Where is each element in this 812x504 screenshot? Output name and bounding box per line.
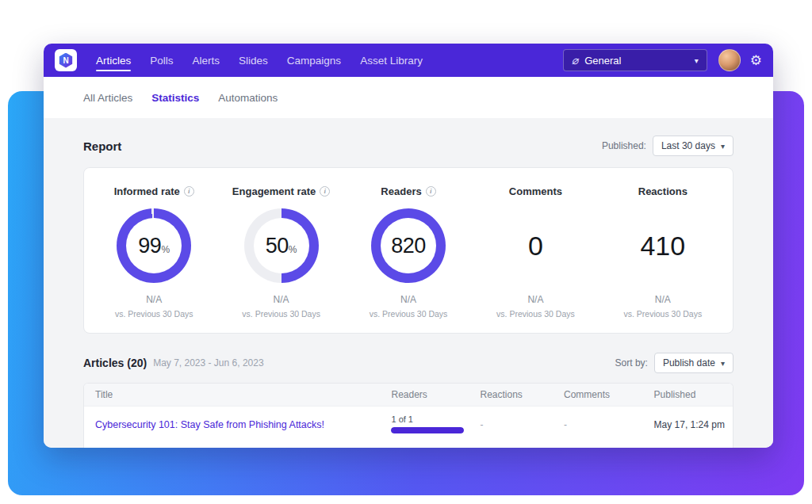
column-header-readers: Readers <box>383 384 472 407</box>
channel-icon: ⌀ <box>572 54 578 67</box>
stat-comparison-caption: vs. Previous 30 Days <box>496 309 575 319</box>
tab-statistics[interactable]: Statistics <box>142 92 209 104</box>
published-filter-dropdown[interactable]: Last 30 days ▾ <box>653 136 733 156</box>
channel-selector[interactable]: ⌀ General ▾ <box>563 49 707 71</box>
app-window: N Articles Polls Alerts Slides Campaigns… <box>44 44 773 448</box>
nav-item-asset-library[interactable]: Asset Library <box>350 44 432 77</box>
published-filter-value: Last 30 days <box>661 140 715 151</box>
stat-comparison-caption: vs. Previous 30 Days <box>242 309 320 319</box>
readers-progress-bar <box>391 427 464 433</box>
logo-hexagon-icon: N <box>59 53 74 68</box>
sort-group: Sort by: Publish date ▾ <box>615 353 733 373</box>
stat-reactions: Reactions 410 N/A vs. Previous 30 Days <box>599 185 726 319</box>
column-header-comments: Comments <box>556 384 646 407</box>
published-filter-group: Published: Last 30 days ▾ <box>602 136 733 156</box>
nav-item-campaigns[interactable]: Campaigns <box>278 44 350 77</box>
column-header-published: Published <box>646 384 733 407</box>
top-navbar: N Articles Polls Alerts Slides Campaigns… <box>44 44 773 77</box>
table-header-row: Title Readers Reactions Comments Publish… <box>84 384 733 407</box>
tab-automations[interactable]: Automations <box>209 92 287 104</box>
info-icon[interactable]: i <box>426 186 436 197</box>
column-header-reactions: Reactions <box>472 384 556 407</box>
stat-label-text: Readers <box>381 185 421 197</box>
report-header-row: Report Published: Last 30 days ▾ <box>83 136 733 156</box>
donut-center: 820 <box>381 218 436 273</box>
stat-visual: 50 % <box>244 208 319 284</box>
chevron-down-icon: ▾ <box>721 359 725 368</box>
sort-dropdown[interactable]: Publish date ▾ <box>654 353 733 373</box>
report-title: Report <box>83 139 121 153</box>
readers-count: 1 of 1 <box>391 414 464 424</box>
stat-value: 99 <box>138 234 161 258</box>
published-filter-label: Published: <box>602 140 646 151</box>
readers-donut-chart: 820 <box>371 208 446 283</box>
sort-label: Sort by: <box>615 357 648 368</box>
stat-value: 50 <box>266 234 289 258</box>
stat-label-text: Reactions <box>638 185 688 197</box>
stat-label: Engagement rate i <box>232 185 330 197</box>
stat-suffix: % <box>161 244 170 255</box>
stat-readers: Readers i 820 N/A vs. Previous 30 Days <box>345 185 472 319</box>
content-area: Report Published: Last 30 days ▾ Informe… <box>44 118 773 448</box>
article-title-link[interactable]: Cybersecurity 101: Stay Safe from Phishi… <box>95 419 324 430</box>
column-header-title: Title <box>84 384 383 407</box>
stat-label: Readers i <box>381 185 435 197</box>
informed-rate-donut-chart: 99 % <box>117 208 191 283</box>
chevron-down-icon: ▾ <box>695 56 699 65</box>
stat-comparison: N/A <box>527 294 543 305</box>
nav-item-polls[interactable]: Polls <box>140 44 182 77</box>
info-icon[interactable]: i <box>184 186 194 197</box>
articles-table: Title Readers Reactions Comments Publish… <box>84 384 733 441</box>
stat-comparison-caption: vs. Previous 30 Days <box>115 309 193 319</box>
stat-label-text: Engagement rate <box>232 185 316 197</box>
gear-icon[interactable]: ⚙ <box>750 52 762 69</box>
articles-title: Articles (20) <box>83 357 147 369</box>
comments-value: - <box>564 419 567 430</box>
stat-comparison: N/A <box>274 294 289 305</box>
stat-value: 0 <box>528 231 543 262</box>
stat-visual: 0 <box>528 208 543 284</box>
stat-value: 820 <box>391 234 426 258</box>
stat-visual: 820 <box>371 208 446 284</box>
stat-label-text: Informed rate <box>114 185 180 197</box>
stat-visual: 99 % <box>117 208 191 284</box>
donut-center: 99 % <box>126 218 182 273</box>
stat-comparison: N/A <box>655 294 671 305</box>
articles-date-range: May 7, 2023 - Jun 6, 2023 <box>153 357 263 368</box>
readers-progress-fill <box>391 427 464 433</box>
stat-label: Reactions <box>638 185 688 197</box>
stat-comments: Comments 0 N/A vs. Previous 30 Days <box>472 185 599 319</box>
stat-comparison-caption: vs. Previous 30 Days <box>370 309 448 319</box>
app-logo[interactable]: N <box>55 49 77 71</box>
articles-header-row: Articles (20) May 7, 2023 - Jun 6, 2023 … <box>83 353 733 373</box>
table-row: Cybersecurity 101: Stay Safe from Phishi… <box>84 407 733 442</box>
stat-label-text: Comments <box>509 185 562 197</box>
published-value: May 17, 1:24 pm <box>654 419 725 430</box>
chevron-down-icon: ▾ <box>721 142 725 151</box>
stat-suffix: % <box>289 244 297 255</box>
stat-informed-rate: Informed rate i 99 % N/A vs. Previous 30… <box>90 185 217 319</box>
stat-engagement-rate: Engagement rate i 50 % N/A vs. Previous … <box>217 185 344 319</box>
stat-comparison: N/A <box>146 294 162 305</box>
user-avatar[interactable] <box>718 49 741 71</box>
stat-value: 410 <box>640 231 685 262</box>
sort-value: Publish date <box>663 357 715 368</box>
sub-tabbar: All Articles Statistics Automations <box>44 77 773 118</box>
channel-selector-value: General <box>584 55 621 67</box>
nav-item-alerts[interactable]: Alerts <box>183 44 230 77</box>
stat-visual: 410 <box>640 208 685 284</box>
stat-comparison: N/A <box>400 294 416 305</box>
stat-comparison-caption: vs. Previous 30 Days <box>624 309 703 319</box>
stat-label: Informed rate i <box>114 185 194 197</box>
reactions-value: - <box>480 419 483 430</box>
articles-table-card: Title Readers Reactions Comments Publish… <box>83 383 733 448</box>
nav-item-slides[interactable]: Slides <box>229 44 278 77</box>
donut-center: 50 % <box>254 218 309 273</box>
stat-label: Comments <box>509 185 562 197</box>
engagement-rate-donut-chart: 50 % <box>244 208 319 283</box>
tab-all-articles[interactable]: All Articles <box>74 92 142 104</box>
nav-item-articles[interactable]: Articles <box>86 44 140 77</box>
info-icon[interactable]: i <box>320 186 330 197</box>
report-stats-card: Informed rate i 99 % N/A vs. Previous 30… <box>83 167 733 334</box>
